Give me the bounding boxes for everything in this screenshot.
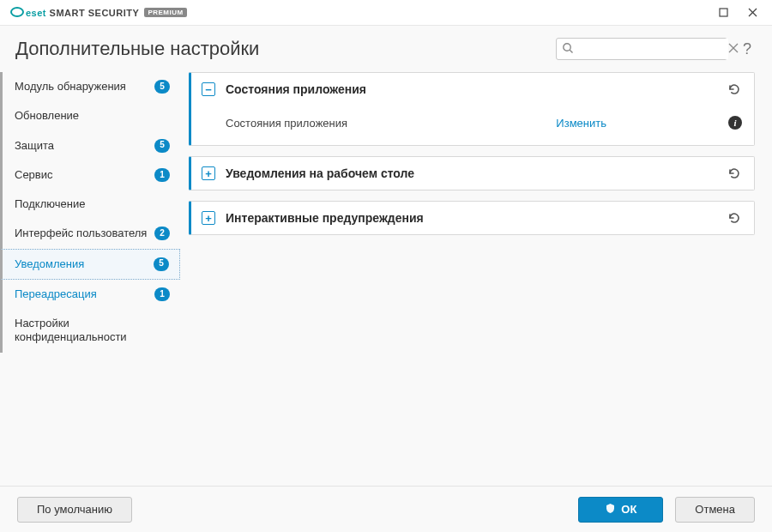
panel-header[interactable]: + Уведомления на рабочем столе — [191, 157, 754, 190]
header: Дополнительные настройки ? — [0, 26, 772, 67]
sidebar-item-privacy[interactable]: Настройки конфиденциальности — [0, 309, 180, 353]
sidebar-item-label: Сервис — [15, 168, 148, 182]
sidebar: Модуль обнаружения 5 Обновление Защита 5… — [0, 67, 180, 486]
button-label: ОК — [621, 503, 636, 516]
expand-icon: + — [202, 166, 215, 180]
sidebar-item-connection[interactable]: Подключение — [0, 190, 180, 219]
defaults-button[interactable]: По умолчанию — [17, 497, 132, 523]
panel-desktop-notifications: + Уведомления на рабочем столе — [189, 156, 755, 190]
sidebar-item-label: Уведомления — [15, 257, 147, 271]
sidebar-badge: 1 — [154, 168, 170, 182]
setting-row-app-states: Состояния приложения Изменить i — [226, 111, 742, 135]
svg-point-4 — [564, 43, 570, 50]
sidebar-item-service[interactable]: Сервис 1 — [0, 160, 180, 190]
sidebar-item-ui[interactable]: Интерфейс пользователя 2 — [0, 219, 180, 248]
undo-icon[interactable] — [727, 210, 742, 226]
brand-logo: eset SMART SECURITY PREMIUM — [10, 5, 187, 21]
titlebar: eset SMART SECURITY PREMIUM — [0, 0, 772, 26]
sidebar-badge: 5 — [154, 257, 169, 271]
sidebar-item-update[interactable]: Обновление — [0, 101, 180, 130]
svg-rect-1 — [720, 9, 727, 16]
sidebar-item-redirect[interactable]: Переадресация 1 — [0, 280, 180, 309]
panel-title: Уведомления на рабочем столе — [226, 166, 716, 180]
panel-interactive-alerts: + Интерактивные предупреждения — [189, 201, 755, 235]
sidebar-item-label: Настройки конфиденциальности — [15, 317, 170, 345]
sidebar-badge: 5 — [154, 139, 170, 153]
button-label: Отмена — [695, 503, 735, 516]
sidebar-item-label: Переадресация — [15, 287, 148, 301]
panel-app-states: − Состояния приложения Состояния приложе… — [189, 72, 755, 146]
undo-icon[interactable] — [727, 82, 742, 97]
sidebar-item-notifications[interactable]: Уведомления 5 — [0, 249, 180, 280]
svg-point-0 — [11, 8, 23, 16]
body: Модуль обнаружения 5 Обновление Защита 5… — [0, 67, 772, 486]
sidebar-item-label: Интерфейс пользователя — [15, 227, 148, 240]
window-maximize-button[interactable] — [710, 1, 736, 25]
sidebar-item-label: Модуль обнаружения — [15, 80, 148, 94]
sidebar-item-protection[interactable]: Защита 5 — [0, 131, 180, 160]
footer: По умолчанию ОК Отмена — [0, 486, 772, 532]
help-button[interactable]: ? — [738, 39, 757, 58]
brand-mark — [10, 5, 24, 21]
info-icon[interactable]: i — [728, 116, 742, 130]
cancel-button[interactable]: Отмена — [675, 497, 755, 523]
search-icon — [562, 42, 574, 57]
panel-title: Интерактивные предупреждения — [226, 211, 716, 225]
page-title: Дополнительные настройки — [15, 38, 546, 60]
collapse-icon: − — [202, 82, 215, 96]
undo-icon[interactable] — [727, 166, 742, 181]
panel-title: Состояния приложения — [226, 82, 716, 96]
expand-icon: + — [202, 211, 215, 225]
search-field[interactable] — [556, 38, 727, 60]
shield-icon — [605, 503, 616, 517]
brand-text: eset SMART SECURITY — [26, 8, 139, 18]
search-input[interactable] — [574, 39, 728, 59]
sidebar-badge: 5 — [154, 80, 170, 94]
button-label: По умолчанию — [37, 503, 112, 516]
sidebar-item-label: Защита — [15, 139, 148, 153]
ok-button[interactable]: ОК — [578, 497, 663, 523]
panel-header[interactable]: + Интерактивные предупреждения — [191, 202, 754, 234]
setting-label: Состояния приложения — [226, 117, 546, 130]
sidebar-item-detection[interactable]: Модуль обнаружения 5 — [0, 72, 180, 101]
edition-badge: PREMIUM — [144, 8, 186, 17]
sidebar-badge: 2 — [154, 227, 170, 240]
sidebar-item-label: Обновление — [15, 109, 170, 123]
svg-line-5 — [570, 50, 572, 52]
window-close-button[interactable] — [739, 1, 765, 25]
sidebar-badge: 1 — [154, 287, 170, 301]
panel-header[interactable]: − Состояния приложения — [191, 73, 754, 106]
content: − Состояния приложения Состояния приложе… — [180, 67, 772, 486]
edit-link[interactable]: Изменить — [556, 117, 606, 130]
sidebar-item-label: Подключение — [15, 197, 170, 211]
panel-body: Состояния приложения Изменить i — [191, 106, 754, 145]
